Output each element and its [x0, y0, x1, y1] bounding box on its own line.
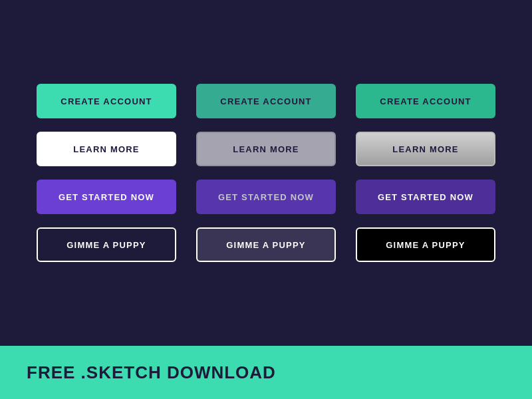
create-account-button-active[interactable]: CREATE ACCOUNT: [356, 84, 495, 118]
footer-text: FREE .SKETCH DOWNLOAD: [27, 362, 276, 383]
get-started-button-normal[interactable]: GET STARTED NOW: [37, 180, 176, 214]
learn-more-button-hover[interactable]: LEARN MORE: [196, 132, 336, 166]
gimme-puppy-row: GIMME A PUPPY GIMME A PUPPY GIMME A PUPP…: [37, 227, 495, 262]
get-started-button-active[interactable]: GET STARTED NOW: [356, 180, 495, 214]
get-started-button-hover[interactable]: GET STARTED NOW: [196, 180, 336, 214]
create-account-button-hover[interactable]: CREATE ACCOUNT: [196, 84, 336, 118]
button-showcase: CREATE ACCOUNT CREATE ACCOUNT CREATE ACC…: [0, 0, 532, 346]
create-account-button-normal[interactable]: CREATE ACCOUNT: [37, 84, 176, 118]
get-started-row: GET STARTED NOW GET STARTED NOW GET STAR…: [37, 180, 495, 214]
gimme-puppy-button-active[interactable]: GIMME A PUPPY: [356, 227, 495, 262]
create-account-row: CREATE ACCOUNT CREATE ACCOUNT CREATE ACC…: [37, 84, 495, 118]
learn-more-row: LEARN MORE LEARN MORE LEARN MORE: [37, 132, 495, 166]
gimme-puppy-button-normal[interactable]: GIMME A PUPPY: [37, 227, 176, 262]
learn-more-button-active[interactable]: LEARN MORE: [356, 132, 495, 166]
gimme-puppy-button-hover[interactable]: GIMME A PUPPY: [196, 227, 336, 262]
learn-more-button-normal[interactable]: LEARN MORE: [37, 132, 176, 166]
footer-banner: FREE .SKETCH DOWNLOAD: [0, 346, 532, 399]
